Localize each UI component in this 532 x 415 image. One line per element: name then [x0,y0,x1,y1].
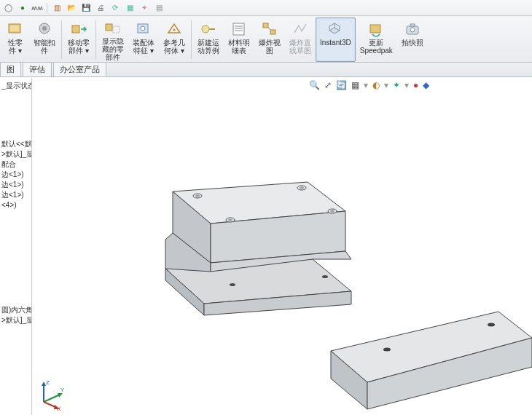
svg-rect-18 [370,25,380,33]
tree-line[interactable]: >默认]_显 [1,315,30,325]
tab-office[interactable]: 办公室产品 [53,62,106,76]
qat-open-icon[interactable]: 📂 [66,3,77,13]
svg-point-20 [410,28,415,32]
qat-separator [47,3,47,13]
part-lower-block [331,312,532,409]
axis-x-label: X [57,406,61,411]
speedpak-icon [367,20,386,38]
svg-rect-6 [113,26,120,33]
svg-point-37 [330,210,335,213]
update-speedpak-button[interactable]: 更新 Speedpak [356,17,397,62]
instant3d-button[interactable]: Instant3D [316,17,356,62]
svg-marker-48 [58,393,63,398]
svg-point-44 [488,323,495,327]
rbtn-label: 拍快照 [402,39,423,47]
axis-z-label: Z [46,379,50,386]
svg-point-3 [42,26,47,31]
tree-line[interactable]: 边<1>) [1,170,30,180]
svg-point-43 [383,348,391,352]
instant3d-icon [326,20,345,38]
edit-component-button[interactable]: 性零 件 ▾ [1,17,29,62]
rbtn-label: 材料明 细表 [228,39,250,55]
camera-icon [403,20,422,38]
tree-line[interactable]: 默认<<默认 [1,139,30,149]
qat-rebuild-icon[interactable]: ⟳ [110,3,120,13]
motion-study-button[interactable]: 新建运 动算例 [193,17,224,62]
svg-rect-16 [270,30,275,34]
qat-circle-icon[interactable]: ◯ [3,3,13,13]
svg-point-35 [228,219,232,221]
svg-rect-1 [10,25,19,31]
rbtn-label: 智能扣 件 [34,39,55,55]
rbtn-label: 爆炸直 线草图 [289,39,311,55]
tree-line[interactable]: 配合 [1,159,30,170]
assembly-features-button[interactable]: 装配体 特征 ▾ [128,17,159,62]
tab-evaluate[interactable]: 评估 [23,62,52,76]
svg-rect-4 [72,25,79,33]
ref-geometry-button[interactable]: 参考几 何体 ▾ [159,17,189,62]
svg-point-33 [300,187,304,189]
svg-rect-15 [263,23,268,28]
tree-line[interactable]: 圆)内六角圆 [1,305,30,315]
rbtn-label: 移动零 部件 ▾ [68,39,90,55]
qat-options-icon[interactable]: ▦ [125,3,135,13]
rbtn-label: 装配体 特征 ▾ [133,39,154,55]
qat-grid-icon[interactable]: ▤ [154,3,164,13]
fastener-icon [35,20,54,38]
tree-line[interactable]: 边<1>) [1,180,30,190]
qat-mw-icon[interactable]: ʍʍ [32,3,42,13]
qat-save-icon[interactable]: 💾 [81,3,91,13]
tree-line[interactable]: _显示状态 [1,81,30,91]
model-canvas [32,78,532,415]
svg-point-8 [141,26,145,31]
component-icon [6,20,25,38]
graphics-viewport[interactable]: 🔍 ⤢ 🔄 ▦ ▾ ◐ ▾ ✦ ▾ ● ◆ [32,78,532,415]
main-area: _显示状态 默认<<默认 >默认]_显 配合 边<1>) 边<1>) 边<1>)… [0,78,532,415]
move-component-button[interactable]: 移动零 部件 ▾ [63,17,94,62]
tree-line[interactable]: 边<1>) [1,190,30,200]
bom-button[interactable]: 材料明 细表 [224,17,254,62]
svg-point-39 [322,275,328,278]
svg-line-47 [44,395,60,402]
rbtn-label: 参考几 何体 ▾ [163,39,185,55]
ref-geom-icon [165,20,184,38]
move-icon [69,20,88,38]
qat-green-dot-icon[interactable]: ● [17,3,28,13]
tab-drawing[interactable]: 图 [0,62,21,76]
rbtn-label: 性零 件 ▾ [8,39,23,55]
ribbon-toolbar: 性零 件 ▾ 智能扣 件 移动零 部件 ▾ 显示隐 藏的零 部件 装配体 特征 … [0,16,532,63]
svg-point-38 [230,283,235,286]
svg-line-17 [268,28,270,30]
svg-rect-11 [233,23,244,35]
svg-point-9 [173,29,176,31]
axis-y-label: Y [60,387,65,393]
feature-tree[interactable]: _显示状态 默认<<默认 >默认]_显 配合 边<1>) 边<1>) 边<1>)… [0,78,32,415]
qat-print-icon[interactable]: 🖨 [95,3,106,13]
rbtn-label: 新建运 动算例 [197,39,219,55]
bom-icon [230,20,249,38]
svg-rect-21 [410,24,415,26]
rbtn-label: 显示隐 藏的零 部件 [102,37,124,61]
show-hidden-button[interactable]: 显示隐 藏的零 部件 [98,17,128,62]
assembly-icon [134,20,153,38]
exploded-view-button[interactable]: 爆炸视 图 [254,17,285,62]
rbtn-label: 更新 Speedpak [360,39,393,55]
orientation-triad[interactable]: Z Y X [35,377,69,411]
smart-fasteners-button[interactable]: 智能扣 件 [29,17,60,62]
quick-access-toolbar: ◯ ● ʍʍ ▥ 📂 💾 🖨 ⟳ ▦ ✦ ▤ [0,0,532,16]
tree-line[interactable]: <4>) [1,200,30,210]
explode-sketch-icon [291,20,310,38]
show-hidden-icon [103,20,122,36]
svg-point-31 [195,195,200,197]
ribbon-separator [95,20,96,59]
command-tab-strip: 图 评估 办公室产品 [0,63,532,77]
snapshot-button[interactable]: 拍快照 [397,17,428,62]
ribbon-separator [61,20,62,59]
qat-new-icon[interactable]: ▥ [52,3,62,13]
svg-point-10 [202,25,209,33]
rbtn-label: 爆炸视 图 [259,39,281,55]
qat-select-icon[interactable]: ✦ [139,3,149,13]
part-upper-block [165,182,351,315]
tree-line[interactable]: >默认]_显 [1,149,30,159]
motion-icon [199,20,218,38]
